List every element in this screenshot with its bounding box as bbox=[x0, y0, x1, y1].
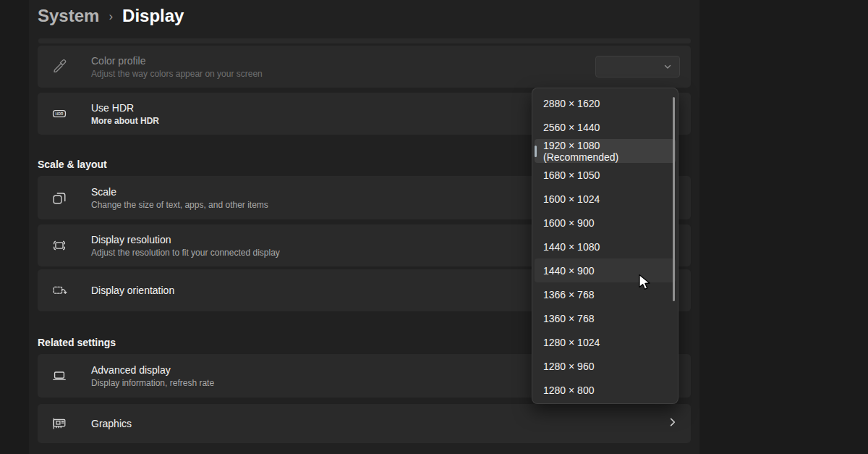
resolution-option[interactable]: 1600 × 1024 bbox=[535, 187, 676, 211]
resolution-option-label: 1440 × 1080 bbox=[543, 241, 600, 253]
resolution-option[interactable]: 1360 × 768 bbox=[535, 306, 676, 330]
resolution-option-label: 1680 × 1050 bbox=[543, 169, 600, 181]
setting-title: Graphics bbox=[91, 418, 132, 429]
svg-text:HDR: HDR bbox=[55, 112, 63, 116]
breadcrumb-system[interactable]: System bbox=[38, 6, 99, 26]
resolution-option-label: 1600 × 900 bbox=[543, 217, 594, 229]
setting-title: Advanced display bbox=[91, 364, 214, 376]
resolution-icon bbox=[51, 237, 68, 254]
setting-title: Color profile bbox=[91, 55, 263, 67]
resolution-option[interactable]: 2880 × 1620 bbox=[535, 91, 676, 115]
resolution-option-label: 1280 × 1024 bbox=[543, 337, 600, 348]
resolution-option-label: 1280 × 800 bbox=[543, 384, 594, 396]
resolution-option-label: 1366 × 768 bbox=[543, 289, 594, 300]
page-title: Display bbox=[122, 6, 184, 26]
setting-title: Display orientation bbox=[91, 285, 174, 296]
setting-subtitle: Adjust the resolution to fit your connec… bbox=[91, 248, 280, 258]
resolution-dropdown-flyout: 2880 × 16202560 × 14401920 × 1080 (Recom… bbox=[532, 88, 678, 404]
resolution-option-label: 1360 × 768 bbox=[543, 313, 594, 324]
hdr-badge-icon: HDR bbox=[51, 105, 68, 122]
resolution-option[interactable]: 1280 × 800 bbox=[535, 378, 676, 402]
breadcrumb-separator-icon: › bbox=[109, 8, 113, 24]
color-profile-select[interactable] bbox=[595, 56, 680, 77]
setting-subtitle: Adjust the way colors appear on your scr… bbox=[91, 69, 263, 79]
resolution-option-label: 1440 × 900 bbox=[543, 265, 594, 277]
mouse-cursor bbox=[637, 274, 653, 295]
resolution-option[interactable]: 1280 × 960 bbox=[535, 354, 676, 378]
resolution-option-label: 1920 × 1080 (Recommended) bbox=[543, 140, 676, 163]
resolution-option[interactable]: 1366 × 768 bbox=[535, 282, 676, 306]
scale-icon bbox=[51, 189, 68, 206]
setting-title: Display resolution bbox=[91, 234, 280, 245]
setting-title: Scale bbox=[91, 186, 268, 198]
partial-card-above bbox=[38, 38, 691, 43]
monitor-icon bbox=[51, 367, 68, 384]
resolution-option[interactable]: 1440 × 900 bbox=[535, 258, 676, 282]
eyedropper-icon bbox=[51, 58, 68, 75]
chevron-right-icon bbox=[668, 417, 678, 430]
resolution-option[interactable]: 1440 × 1080 bbox=[535, 235, 676, 258]
gpu-icon bbox=[51, 415, 68, 432]
resolution-option-label: 2560 × 1440 bbox=[543, 122, 600, 133]
resolution-option[interactable]: 1920 × 1080 (Recommended) bbox=[535, 139, 676, 163]
orientation-icon bbox=[51, 282, 68, 299]
resolution-option-label: 2880 × 1620 bbox=[543, 98, 600, 109]
resolution-option-label: 1600 × 1024 bbox=[543, 193, 600, 205]
setting-row-graphics[interactable]: Graphics bbox=[38, 404, 691, 443]
setting-subtitle: Display information, refresh rate bbox=[91, 378, 214, 388]
breadcrumb: System › Display bbox=[38, 6, 184, 26]
setting-title: Use HDR bbox=[91, 102, 159, 114]
resolution-option[interactable]: 1280 × 1024 bbox=[535, 330, 676, 354]
resolution-option[interactable]: 2560 × 1440 bbox=[535, 115, 676, 139]
setting-subtitle: Change the size of text, apps, and other… bbox=[91, 200, 268, 210]
setting-row-color-profile[interactable]: Color profile Adjust the way colors appe… bbox=[38, 46, 691, 88]
chevron-down-icon bbox=[663, 62, 672, 71]
resolution-option-label: 1280 × 960 bbox=[543, 361, 594, 372]
section-header-scale-layout: Scale & layout bbox=[38, 159, 107, 170]
resolution-dropdown-list: 2880 × 16202560 × 14401920 × 1080 (Recom… bbox=[532, 91, 678, 402]
section-header-related-settings: Related settings bbox=[38, 337, 116, 348]
more-about-hdr-link[interactable]: More about HDR bbox=[91, 116, 159, 126]
selection-indicator-bar bbox=[535, 146, 537, 157]
resolution-option[interactable]: 1600 × 900 bbox=[535, 211, 676, 235]
resolution-option[interactable]: 1680 × 1050 bbox=[535, 163, 676, 187]
flyout-scrollbar[interactable] bbox=[673, 97, 675, 301]
